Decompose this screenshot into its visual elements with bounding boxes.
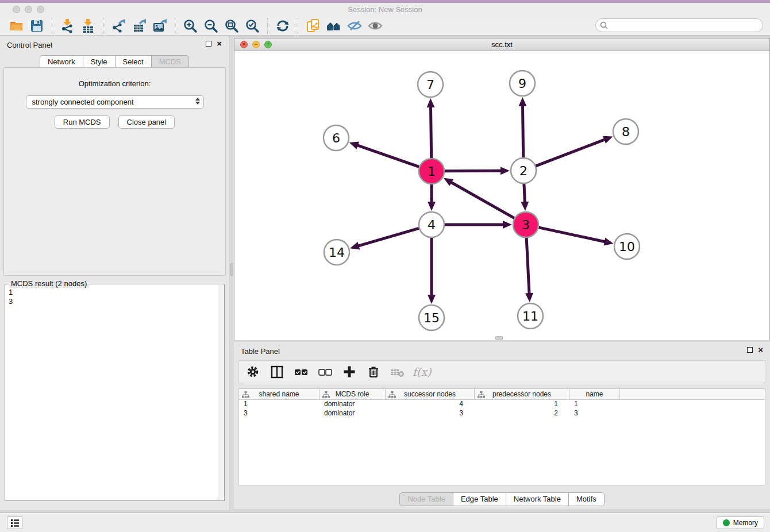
graph-node-label: 8 [622,125,630,139]
close-table-panel-icon[interactable]: × [758,346,763,353]
zoom-in-icon [183,18,198,33]
column-header-MCDS-role[interactable]: MCDS role [319,389,386,399]
tab-motifs[interactable]: Motifs [568,492,605,506]
network-window-titlebar[interactable]: × − + scc.txt [234,38,769,51]
open-file-button[interactable] [7,17,25,34]
zoom-selected-button[interactable] [244,17,261,34]
float-table-panel-icon[interactable] [747,347,753,353]
tab-network-table[interactable]: Network Table [506,492,569,506]
mcds-result-line: 3 [9,297,213,306]
run-mcds-button[interactable]: Run MCDS [55,115,110,129]
first-neighbors-button[interactable] [325,17,342,34]
graph-edge-arrowhead [525,293,533,302]
graph-node-label: 11 [522,309,538,323]
network-canvas[interactable]: 7968124314101511 [234,51,769,340]
panel-splitter[interactable] [230,36,234,512]
import-table-button[interactable] [79,17,97,34]
delete-table-button[interactable] [388,363,407,381]
graph-edge-4-14[interactable] [357,228,419,246]
new-network-from-selection-button[interactable] [305,17,322,34]
mcds-tab-content: Optimization criterion: strongly connect… [3,67,226,276]
table-cell[interactable]: dominator [319,400,386,409]
graph-edge-1-6[interactable] [356,145,419,167]
column-settings-button[interactable] [244,363,262,381]
column-header-name[interactable]: name [569,389,620,399]
graph-edge-3-1[interactable] [450,182,514,218]
table-panel-header: Table Panel × [234,342,770,359]
save-session-button[interactable] [28,17,45,34]
graph-node-label: 3 [522,218,530,232]
toolbar-separator [298,18,298,34]
column-header-label: MCDS role [336,390,369,398]
hide-selected-button[interactable] [346,17,363,34]
table-panel-title: Table Panel [241,347,280,356]
optimization-criterion-select[interactable]: strongly connected component [26,95,204,109]
select-all-button[interactable] [292,363,310,381]
split-panel-icon [270,364,284,379]
refresh-view-button[interactable] [274,17,291,34]
graph-node-label: 14 [329,245,345,260]
graph-edge-1-7[interactable] [430,106,431,158]
graph-edge-2-8[interactable] [536,139,606,166]
mcds-result-text[interactable]: 13 [5,286,217,309]
table-row[interactable]: 1dominator411 [239,400,765,409]
show-all-button[interactable] [367,17,384,34]
table-cell[interactable]: dominator [319,409,386,418]
graph-edge-2-3[interactable] [524,184,525,203]
splitter-grip[interactable] [230,263,233,276]
table-cell[interactable]: 1 [239,400,319,409]
zoom-fit-button[interactable] [223,17,240,34]
toolbar-separator [52,18,52,34]
table-cell[interactable]: 2 [475,409,569,418]
table-cell[interactable]: 1 [569,400,620,409]
graph-edge-arrowhead [428,202,436,211]
result-scrollbar[interactable] [218,285,224,500]
gear-icon [245,364,260,379]
memory-button[interactable]: Memory [717,516,764,529]
unchecked-boxes-icon [317,364,333,379]
function-builder-button[interactable]: f(x) [413,365,432,378]
memory-status-icon [723,519,730,526]
trash-icon [366,364,381,379]
export-image-button[interactable] [151,17,168,34]
graph-edge-3-11[interactable] [526,238,529,295]
export-table-button[interactable] [130,17,148,34]
graph-edge-3-10[interactable] [538,228,606,242]
canvas-splitter-grip[interactable] [495,336,503,340]
close-panel-icon[interactable]: × [217,40,222,47]
optimization-criterion-label: Optimization criterion: [4,79,225,88]
import-network-button[interactable] [59,17,76,34]
tab-node-table[interactable]: Node Table [399,492,453,506]
deselect-all-button[interactable] [316,363,334,381]
float-panel-icon[interactable] [206,41,211,47]
column-header-predecessor-nodes[interactable]: predecessor nodes [475,389,569,399]
tab-edge-table[interactable]: Edge Table [453,492,506,506]
column-header-shared-name[interactable]: shared name [239,389,319,399]
graph-edge-1-2[interactable] [445,171,502,171]
task-history-button[interactable] [7,516,22,529]
search-input[interactable] [595,18,763,32]
add-column-button[interactable] [340,363,359,381]
zoom-out-button[interactable] [202,17,220,34]
delete-column-button[interactable] [364,363,383,381]
graph-edge-2-9[interactable] [522,105,523,157]
table-cell[interactable]: 4 [386,400,475,409]
split-panel-button[interactable] [268,363,286,381]
table-row[interactable]: 3dominator323 [239,409,765,418]
table-cell[interactable]: 1 [475,400,569,409]
table-panel: Table Panel × [234,342,770,509]
zoom-in-button[interactable] [182,17,199,34]
table-toolbar: f(x) [238,360,765,383]
column-header-successor-nodes[interactable]: successor nodes [386,389,475,399]
close-panel-button[interactable]: Close panel [118,115,175,129]
table-cell[interactable]: 3 [569,409,620,418]
table-cell[interactable]: 3 [386,409,475,418]
network-graph[interactable]: 7968124314101511 [234,51,769,340]
session-title: Session: New Session [0,5,770,14]
graph-edge-arrowhead [603,136,613,144]
table-cell[interactable]: 3 [239,409,319,418]
graph-edge-arrowhead [427,98,435,107]
eye-slash-icon [347,18,362,33]
save-icon [29,18,44,33]
export-network-button[interactable] [110,17,127,34]
